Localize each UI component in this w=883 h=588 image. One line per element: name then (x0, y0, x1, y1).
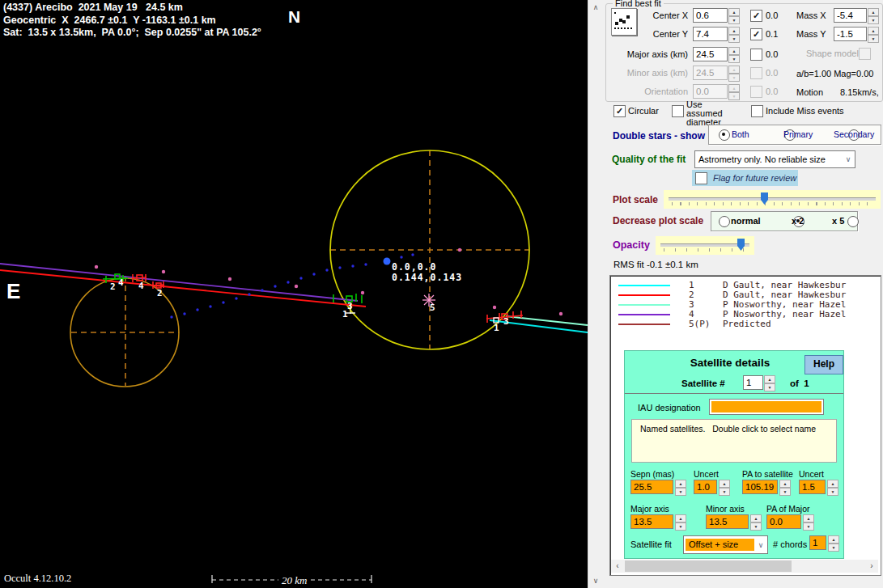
chord-2[interactable] (0, 270, 366, 307)
mass-x-input[interactable] (834, 8, 867, 23)
fit-center-y-checkbox[interactable]: ✓ (750, 28, 762, 40)
dropdown-chevron-icon[interactable]: ∨ (754, 541, 767, 549)
spin-buttons[interactable]: ▲▼ (827, 480, 838, 494)
minor-axis-input (693, 66, 728, 80)
satellite-number-spinner[interactable]: ▲▼ (743, 375, 775, 390)
slider-track[interactable] (669, 197, 876, 201)
chord-label: 3 (347, 301, 353, 311)
circular-checkbox[interactable]: ✓ (613, 105, 626, 117)
fit-center-x-checkbox[interactable]: ✓ (750, 10, 762, 22)
scrollbar-thumb[interactable] (625, 561, 792, 572)
fit-control-panel: Find best fit Center X Center Y Major ax… (602, 0, 883, 588)
satellite-fit-dropdown[interactable]: Offset + size ∨ (683, 535, 768, 554)
mass-x-spinner[interactable]: ▲▼ (834, 8, 879, 23)
radio-both[interactable] (719, 129, 730, 141)
fit-major-axis-checkbox[interactable] (750, 49, 762, 61)
dropdown-chevron-icon[interactable]: ∨ (842, 155, 855, 163)
scale-bar-label: 20 km (282, 574, 307, 586)
sat-major-axis-input[interactable] (630, 514, 673, 529)
pa-satellite-spinner[interactable]: ▲▼ (742, 480, 791, 494)
spin-buttons[interactable]: ▲▼ (750, 514, 762, 529)
uncert1-input[interactable] (694, 480, 717, 494)
spin-buttons[interactable]: ▲▼ (675, 480, 686, 494)
chord-color-swatch (618, 285, 670, 286)
group-title: Find best fit (613, 0, 664, 8)
slider-ticks (664, 248, 748, 252)
horizontal-scrollbar[interactable]: ‹ › (611, 560, 878, 573)
occultation-plot-area[interactable]: 2 4 4 2 3 1 3 1 5 20 km (4337) Arecibo 2… (0, 0, 588, 588)
sat-minor-axis-input[interactable] (706, 514, 749, 529)
north-label: N (288, 7, 300, 27)
scroll-up-icon[interactable]: ∧ (588, 3, 603, 11)
pa-satellite-input[interactable] (742, 480, 778, 494)
pa-of-major-input[interactable] (766, 514, 801, 529)
help-button[interactable]: Help (804, 355, 843, 374)
divider (625, 393, 843, 394)
center-x-spinner[interactable]: ▲▼ (693, 8, 740, 23)
orientation-label: Orientation (609, 87, 688, 96)
center-y-sigma: 0.1 (766, 29, 778, 39)
double-stars-label: Double stars - show (613, 130, 705, 142)
mass-y-input[interactable] (834, 27, 867, 41)
uncert2-spinner[interactable]: ▲▼ (799, 480, 838, 494)
sat-major-axis-spinner[interactable]: ▲▼ (630, 514, 686, 529)
observer-row[interactable]: 5(P) Predicted (610, 319, 881, 329)
scroll-left-icon[interactable]: ‹ (611, 560, 624, 573)
spin-buttons[interactable]: ▲▼ (728, 8, 740, 23)
sepn-input[interactable] (630, 480, 673, 494)
num-chords-spinner[interactable]: ▲▼ (809, 535, 839, 550)
sepn-spinner[interactable]: ▲▼ (630, 480, 686, 494)
include-miss-events-checkbox[interactable] (751, 105, 763, 117)
spin-buttons[interactable]: ▲▼ (828, 535, 839, 550)
spin-buttons[interactable]: ▲▼ (728, 47, 740, 61)
spin-buttons[interactable]: ▲▼ (868, 8, 879, 23)
observations-container[interactable]: 1 D Gault, near Hawkesbur 2 D Gault, nea… (609, 275, 881, 576)
scroll-right-icon[interactable]: › (865, 560, 878, 573)
center-x-input[interactable] (693, 8, 728, 23)
center-y-input[interactable] (693, 27, 728, 41)
radio-x5[interactable] (847, 216, 859, 227)
named-satellites-listbox[interactable]: Named satellites. Double click to select… (631, 419, 837, 463)
spin-buttons[interactable]: ▲▼ (675, 514, 686, 529)
motion-value: 8.15km/s, (840, 87, 879, 97)
chord-4[interactable] (0, 264, 358, 301)
uncert1-label: Uncert (694, 469, 719, 479)
radio-primary-label: Primary (783, 129, 813, 139)
pa-of-major-spinner[interactable]: ▲▼ (766, 514, 814, 529)
orientation-sigma: 0.0 (766, 87, 778, 96)
spin-buttons[interactable]: ▲▼ (719, 480, 730, 494)
major-axis-input[interactable] (693, 47, 728, 61)
mass-y-spinner[interactable]: ▲▼ (834, 27, 879, 41)
spin-buttons[interactable]: ▲▼ (728, 27, 740, 41)
mass-x-label: Mass X (796, 11, 826, 20)
slider-track[interactable] (660, 243, 749, 247)
uncert2-label: Uncert (799, 469, 824, 479)
sat-minor-axis-spinner[interactable]: ▲▼ (706, 514, 762, 529)
spin-buttons[interactable]: ▲▼ (868, 27, 879, 41)
iau-designation-input[interactable] (709, 399, 824, 415)
spin-buttons[interactable]: ▲▼ (764, 375, 775, 390)
num-chords-input[interactable] (809, 535, 826, 550)
motion-label: Motion (796, 87, 823, 97)
uncert1-spinner[interactable]: ▲▼ (694, 480, 730, 494)
radio-normal[interactable] (719, 216, 730, 227)
vertical-scrollbar[interactable]: ∧ ∨ (588, 0, 603, 588)
center-y-spinner[interactable]: ▲▼ (693, 27, 740, 41)
rms-fit-label: RMS fit -0.1 ±0.1 km (613, 260, 698, 269)
use-assumed-diameter-checkbox[interactable] (672, 105, 684, 117)
satellite-track-dots (170, 253, 414, 318)
num-chords-label: # chords (773, 539, 807, 549)
orientation-spinner: ▲▼ (693, 84, 740, 99)
quality-of-fit-dropdown[interactable]: Astrometry only. No reliable size ∨ (694, 150, 855, 168)
spin-buttons[interactable]: ▲▼ (803, 514, 814, 529)
spin-buttons[interactable]: ▲▼ (779, 480, 791, 494)
flag-review-checkbox[interactable] (695, 172, 707, 184)
circular-label: Circular (628, 106, 659, 116)
include-miss-events-label: Include Miss events (766, 106, 844, 116)
uncert2-input[interactable] (799, 480, 826, 494)
plot-scale-slider[interactable] (664, 190, 881, 209)
satellite-number-input[interactable] (743, 375, 763, 390)
opacity-slider[interactable] (656, 236, 754, 255)
scroll-down-icon[interactable]: ∨ (588, 577, 603, 585)
major-axis-spinner[interactable]: ▲▼ (693, 47, 740, 61)
